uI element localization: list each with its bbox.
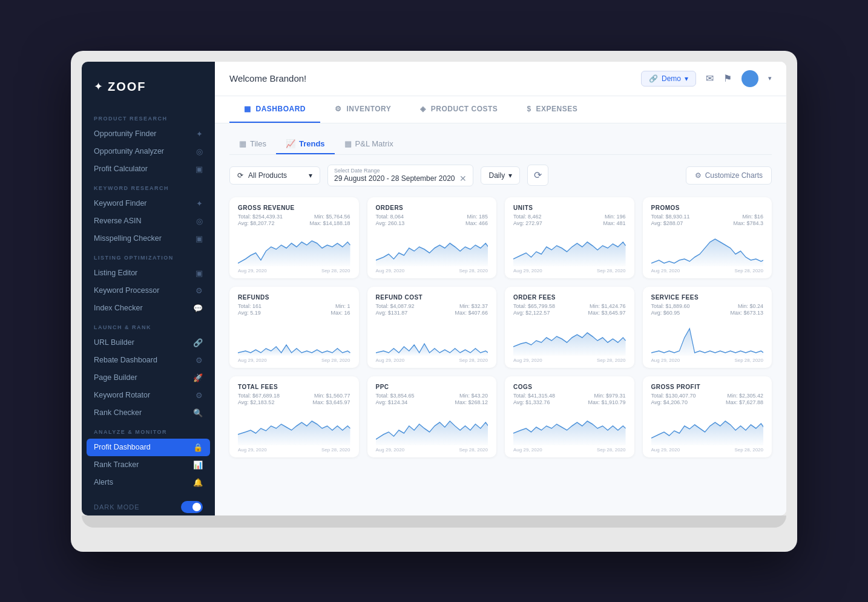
chart-area — [238, 319, 350, 356]
chart-card-gross-profit: GROSS PROFIT Total: $130,407.70 Avg: $4,… — [643, 376, 772, 457]
date-range-picker[interactable]: Select Date Range 29 August 2020 - 28 Se… — [327, 165, 473, 186]
chart-stats: Total: 8,064 Avg: 260.13 Min: 185 Max: 4… — [376, 214, 488, 226]
avatar[interactable] — [741, 70, 758, 87]
tab-inventory[interactable]: ⚙ INVENTORY — [320, 96, 406, 123]
sidebar-item-keyword-rotator[interactable]: Keyword Rotator ⚙ — [82, 387, 215, 404]
chart-title: UNITS — [513, 204, 626, 211]
product-filter-chevron: ▾ — [309, 171, 312, 180]
section-product-research: PRODUCT RESEARCH — [82, 108, 215, 125]
sidebar-item-rank-tracker[interactable]: Rank Tracker 📊 — [82, 456, 215, 474]
chart-stats: Total: 8,462 Avg: 272.97 Min: 196 Max: 4… — [513, 214, 626, 226]
chart-stats: Total: $4,087.92 Avg: $131.87 Min: $32.3… — [376, 303, 488, 316]
chart-title: REFUND COST — [376, 294, 488, 301]
chart-area — [513, 409, 626, 445]
section-launch-rank: LAUNCH & RANK — [82, 317, 215, 334]
logo-text: ZOOF — [108, 80, 146, 94]
chart-area — [651, 409, 764, 445]
tab-product-costs[interactable]: ◈ PRODUCT COSTS — [406, 96, 512, 123]
sidebar-item-misspelling-checker[interactable]: Misspelling Checker ▣ — [82, 230, 215, 247]
listing-editor-icon: ▣ — [196, 269, 203, 278]
chart-stats: Total: $8,930.11 Avg: $288.07 Min: $16 M… — [651, 214, 764, 226]
sub-tab-trends[interactable]: 📈 Trends — [276, 134, 335, 154]
chart-title: SERVICE FEES — [651, 294, 764, 301]
sidebar-item-rebate-dashboard[interactable]: Rebate Dashboard ⚙ — [82, 352, 215, 369]
url-builder-icon: 🔗 — [193, 338, 203, 347]
chart-stats: Total: $254,439.31 Avg: $8,207.72 Min: $… — [238, 214, 350, 226]
chart-card-gross-revenue: GROSS REVENUE Total: $254,439.31 Avg: $8… — [229, 197, 359, 278]
chart-title: GROSS PROFIT — [651, 384, 764, 390]
product-costs-tab-icon: ◈ — [420, 105, 426, 113]
sidebar-item-profit-dashboard[interactable]: Profit Dashboard 🔒 — [87, 439, 210, 456]
chart-stats: Total: $130,407.70 Avg: $4,206.70 Min: $… — [651, 393, 764, 405]
sidebar-item-index-checker[interactable]: Index Checker 💬 — [82, 299, 215, 317]
chart-card-service-fees: SERVICE FEES Total: $1,889.60 Avg: $60.9… — [643, 287, 772, 368]
keyword-processor-icon: ⚙ — [196, 286, 203, 295]
topbar: Welcome Brandon! 🔗 Demo ▾ ✉ ⚑ ▾ — [215, 62, 786, 96]
filter-bar: ⟳ All Products ▾ Select Date Range 29 Au… — [229, 165, 772, 186]
misspelling-checker-icon: ▣ — [196, 234, 203, 243]
sidebar-item-opportunity-analyzer[interactable]: Opportunity Analyzer ◎ — [82, 143, 215, 160]
user-chevron-icon[interactable]: ▾ — [768, 74, 772, 82]
chart-stats: Total: $41,315.48 Avg: $1,332.76 Min: $9… — [513, 393, 626, 405]
refresh-button[interactable]: ⟳ — [527, 165, 548, 186]
chart-area — [238, 230, 350, 266]
sidebar-item-profit-calculator[interactable]: Profit Calculator ▣ — [82, 160, 215, 178]
sidebar-item-opportunity-finder[interactable]: Opportunity Finder ✦ — [82, 125, 215, 143]
alerts-icon: 🔔 — [193, 478, 203, 487]
customize-charts-button[interactable]: ⚙ Customize Charts — [686, 166, 772, 185]
sub-tab-tiles[interactable]: ▦ Tiles — [229, 134, 276, 154]
dark-mode-toggle[interactable] — [181, 501, 203, 513]
chart-card-promos: PROMOS Total: $8,930.11 Avg: $288.07 Min… — [643, 197, 772, 278]
tiles-icon: ▦ — [239, 139, 246, 148]
sidebar-item-reverse-asin[interactable]: Reverse ASIN ◎ — [82, 212, 215, 230]
chart-card-refund-cost: REFUND COST Total: $4,087.92 Avg: $131.8… — [367, 287, 497, 368]
sub-tabs: ▦ Tiles 📈 Trends ▦ P&L Matrix — [229, 134, 772, 155]
tab-expenses[interactable]: $ EXPENSES — [512, 96, 592, 123]
chart-title: PROMOS — [651, 204, 764, 211]
chart-stats: Total: $65,799.58 Avg: $2,122.57 Min: $1… — [513, 303, 626, 316]
chart-dates: Aug 29, 2020 Sep 28, 2020 — [238, 447, 350, 453]
chart-area — [376, 319, 488, 356]
chart-dates: Aug 29, 2020 Sep 28, 2020 — [651, 358, 764, 363]
chart-title: ORDERS — [376, 204, 488, 211]
sidebar-item-keyword-processor[interactable]: Keyword Processor ⚙ — [82, 282, 215, 299]
rebate-dashboard-icon: ⚙ — [196, 356, 203, 365]
chart-title: COGS — [513, 384, 626, 390]
mail-icon[interactable]: ✉ — [706, 73, 714, 84]
link-icon: 🔗 — [649, 74, 658, 83]
customize-icon: ⚙ — [695, 171, 702, 180]
section-analyze-monitor: ANALYZE & MONITOR — [82, 422, 215, 439]
filter-icon: ⟳ — [237, 171, 243, 180]
sidebar-item-listing-editor[interactable]: Listing Editor ▣ — [82, 264, 215, 282]
page-builder-icon: 🚀 — [193, 373, 203, 382]
sidebar-item-keyword-finder[interactable]: Keyword Finder ✦ — [82, 195, 215, 212]
demo-button[interactable]: 🔗 Demo ▾ — [641, 71, 696, 87]
chart-stats: Total: 161 Avg: 5.19 Min: 1 Max: 16 — [238, 303, 350, 316]
chart-dates: Aug 29, 2020 Sep 28, 2020 — [651, 268, 764, 273]
index-checker-icon: 💬 — [193, 304, 203, 313]
flag-icon[interactable]: ⚑ — [723, 73, 732, 84]
chart-area — [651, 230, 764, 266]
sidebar: ✦ ZOOF PRODUCT RESEARCH Opportunity Find… — [82, 62, 215, 515]
nav-tabs: ▦ DASHBOARD ⚙ INVENTORY ◈ PRODUCT COSTS … — [215, 96, 786, 123]
clear-date-button[interactable]: ✕ — [459, 174, 467, 183]
chart-card-ppc: PPC Total: $3,854.65 Avg: $124.34 Min: $… — [367, 376, 497, 457]
product-filter[interactable]: ⟳ All Products ▾ — [229, 166, 320, 185]
sidebar-item-rank-checker[interactable]: Rank Checker 🔍 — [82, 404, 215, 422]
sidebar-item-page-builder[interactable]: Page Builder 🚀 — [82, 369, 215, 387]
opportunity-analyzer-icon: ◎ — [196, 147, 203, 156]
chart-area — [513, 319, 626, 356]
chart-card-orders: ORDERS Total: 8,064 Avg: 260.13 Min: 185… — [367, 197, 497, 278]
inventory-tab-icon: ⚙ — [335, 105, 342, 113]
interval-select[interactable]: Daily ▾ — [481, 166, 520, 185]
keyword-rotator-icon: ⚙ — [196, 391, 203, 400]
tab-dashboard[interactable]: ▦ DASHBOARD — [229, 96, 320, 123]
chart-area — [513, 230, 626, 266]
content-area: ▦ Tiles 📈 Trends ▦ P&L Matrix ⟳ — [215, 123, 786, 515]
rank-tracker-icon: 📊 — [193, 460, 203, 469]
sub-tab-pl-matrix[interactable]: ▦ P&L Matrix — [335, 134, 403, 154]
sidebar-item-url-builder[interactable]: URL Builder 🔗 — [82, 334, 215, 352]
welcome-text: Welcome Brandon! — [229, 73, 306, 83]
charts-grid: GROSS REVENUE Total: $254,439.31 Avg: $8… — [229, 197, 772, 457]
sidebar-item-alerts[interactable]: Alerts 🔔 — [82, 474, 215, 491]
